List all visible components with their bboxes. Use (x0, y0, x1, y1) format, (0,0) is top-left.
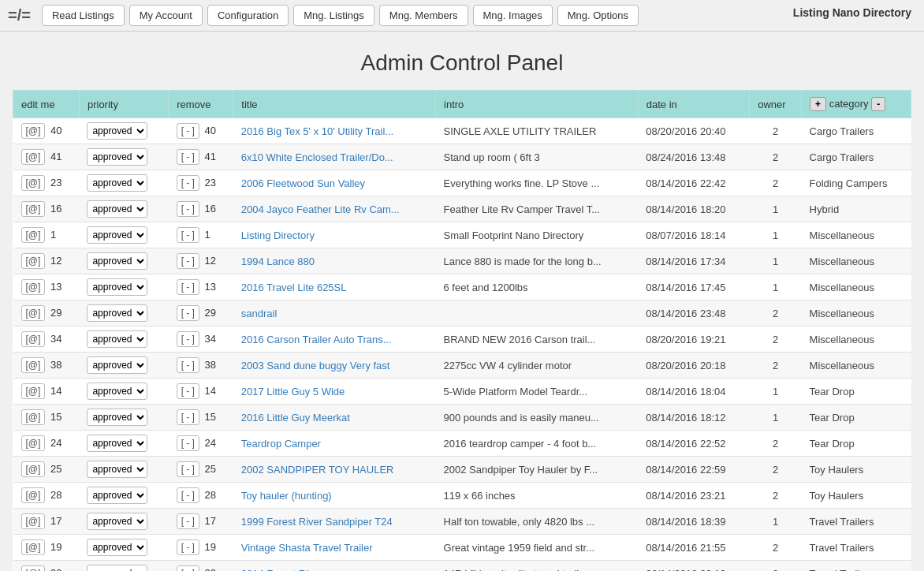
remove-cell: [ - ] 34 (169, 327, 233, 353)
title-link[interactable]: 2016 Carson Trailer Auto Trans... (241, 334, 392, 345)
read-listings-btn[interactable]: Read Listings (42, 5, 125, 26)
remove-cell: [ - ] 40 (169, 118, 233, 144)
remove-button[interactable]: [ - ] (177, 435, 199, 451)
date-cell: 08/14/2016 18:39 (638, 509, 749, 535)
category-add-btn[interactable]: + (810, 97, 826, 111)
remove-button[interactable]: [ - ] (177, 201, 199, 217)
title-link[interactable]: 2016 Little Guy Meerkat (241, 412, 350, 424)
edit-button[interactable]: [@] (21, 565, 46, 571)
remove-cell: [ - ] 16 (169, 196, 233, 222)
edit-button[interactable]: [@] (21, 175, 46, 191)
title-link[interactable]: 2017 Little Guy 5 Wide (241, 386, 345, 397)
priority-select[interactable]: approvedpendingdenied (87, 461, 147, 478)
intro-cell: Everything works fine. LP Stove ... (436, 170, 639, 196)
title-link[interactable]: 2003 Sand dune buggy Very fast (241, 360, 390, 371)
edit-button[interactable]: [@] (21, 513, 46, 529)
remove-button[interactable]: [ - ] (177, 227, 199, 243)
edit-button[interactable]: [@] (21, 227, 46, 243)
priority-select[interactable]: approvedpendingdenied (87, 122, 147, 140)
mng-listings-btn[interactable]: Mng. Listings (293, 5, 374, 26)
remove-button[interactable]: [ - ] (177, 461, 199, 477)
edit-button[interactable]: [@] (21, 357, 46, 373)
edit-button[interactable]: [@] (21, 279, 46, 295)
priority-select[interactable]: approvedpendingdenied (87, 148, 147, 166)
remove-button[interactable]: [ - ] (177, 357, 199, 373)
edit-button[interactable]: [@] (21, 149, 46, 165)
edit-button[interactable]: [@] (21, 409, 46, 425)
edit-button[interactable]: [@] (21, 201, 46, 217)
date-cell: 08/14/2016 18:20 (638, 196, 749, 222)
edit-button[interactable]: [@] (21, 539, 46, 555)
title-link[interactable]: 2016 Big Tex 5' x 10' Utility Trail... (241, 125, 393, 137)
remove-button[interactable]: [ - ] (177, 565, 199, 571)
category-remove-btn[interactable]: - (871, 97, 885, 111)
remove-id: 20 (202, 567, 216, 571)
row-id: 24 (47, 437, 61, 449)
mng-members-btn[interactable]: Mng. Members (379, 5, 468, 26)
mng-options-btn[interactable]: Mng. Options (557, 5, 639, 26)
edit-button[interactable]: [@] (21, 253, 46, 269)
remove-cell: [ - ] 15 (169, 405, 233, 431)
priority-select[interactable]: approvedpendingdenied (87, 409, 147, 426)
priority-select[interactable]: approvedpendingdenied (87, 304, 147, 322)
edit-button[interactable]: [@] (21, 461, 46, 477)
remove-button[interactable]: [ - ] (177, 331, 199, 347)
remove-button[interactable]: [ - ] (177, 175, 199, 191)
edit-button[interactable]: [@] (21, 435, 46, 451)
title-link[interactable]: Listing Directory (241, 230, 315, 241)
priority-select[interactable]: approvedpendingdenied (87, 226, 147, 244)
date-cell: 08/14/2016 22:42 (638, 170, 749, 196)
title-link[interactable]: 2002 SANDPIPER TOY HAULER (241, 464, 394, 476)
priority-select[interactable]: approvedpendingdenied (87, 487, 147, 504)
intro-cell: Feather Lite Rv Camper Travel T... (436, 196, 639, 222)
row-id: 17 (47, 515, 61, 527)
intro-cell: Small Footprint Nano Directory (436, 222, 639, 248)
priority-select[interactable]: approvedpendingdenied (87, 174, 147, 192)
title-link[interactable]: 2004 Jayco Feather Lite Rv Cam... (241, 203, 400, 215)
priority-select[interactable]: approvedpendingdenied (87, 383, 147, 400)
edit-button[interactable]: [@] (21, 123, 46, 139)
priority-select[interactable]: approvedpendingdenied (87, 330, 147, 348)
remove-button[interactable]: [ - ] (177, 305, 199, 321)
table-row: [@] 1approvedpendingdenied[ - ] 1Listing… (13, 222, 911, 248)
priority-select[interactable]: approvedpendingdenied (87, 513, 147, 530)
remove-button[interactable]: [ - ] (177, 279, 199, 295)
priority-select[interactable]: approvedpendingdenied (87, 565, 147, 571)
title-link[interactable]: 6x10 White Enclosed Trailer/Do... (241, 151, 393, 163)
edit-button[interactable]: [@] (21, 487, 46, 503)
edit-button[interactable]: [@] (21, 383, 46, 399)
priority-select[interactable]: approvedpendingdenied (87, 252, 147, 270)
title-link[interactable]: 2006 Fleetwood Sun Valley (241, 177, 365, 189)
remove-button[interactable]: [ - ] (177, 513, 199, 529)
priority-select[interactable]: approvedpendingdenied (87, 356, 147, 374)
intro-cell: 119 x 66 inches (436, 483, 639, 509)
remove-button[interactable]: [ - ] (177, 149, 199, 165)
priority-select[interactable]: approvedpendingdenied (87, 539, 147, 556)
priority-select[interactable]: approvedpendingdenied (87, 278, 147, 296)
title-link[interactable]: 1999 Forest River Sandpiper T24 (241, 516, 393, 528)
remove-button[interactable]: [ - ] (177, 409, 199, 425)
intro-cell: Lance 880 is made for the long b... (436, 248, 639, 274)
remove-button[interactable]: [ - ] (177, 253, 199, 269)
title-link[interactable]: sandrail (241, 308, 278, 319)
remove-button[interactable]: [ - ] (177, 123, 199, 139)
category-cell: Miscellaneous (802, 300, 911, 327)
title-link[interactable]: Vintage Shasta Travel Trailer (241, 542, 373, 554)
remove-button[interactable]: [ - ] (177, 383, 199, 399)
configuration-btn[interactable]: Configuration (207, 5, 289, 26)
remove-button[interactable]: [ - ] (177, 487, 199, 503)
remove-button[interactable]: [ - ] (177, 539, 199, 555)
title-link[interactable]: 1994 Lance 880 (241, 256, 315, 267)
my-account-btn[interactable]: My Account (129, 5, 203, 26)
title-link[interactable]: Teardrop Camper (241, 438, 321, 450)
remove-id: 12 (202, 255, 216, 267)
mng-images-btn[interactable]: Mng. Images (473, 5, 553, 26)
title-link[interactable]: 2016 Travel Lite 625SL (241, 282, 347, 293)
owner-cell: 2 (750, 118, 802, 144)
title-link[interactable]: 2014 Forest River (241, 568, 322, 572)
edit-button[interactable]: [@] (21, 305, 46, 321)
priority-select[interactable]: approvedpendingdenied (87, 200, 147, 218)
edit-button[interactable]: [@] (21, 331, 46, 347)
priority-select[interactable]: approvedpendingdenied (87, 435, 147, 452)
title-link[interactable]: Toy hauler (hunting) (241, 490, 332, 502)
